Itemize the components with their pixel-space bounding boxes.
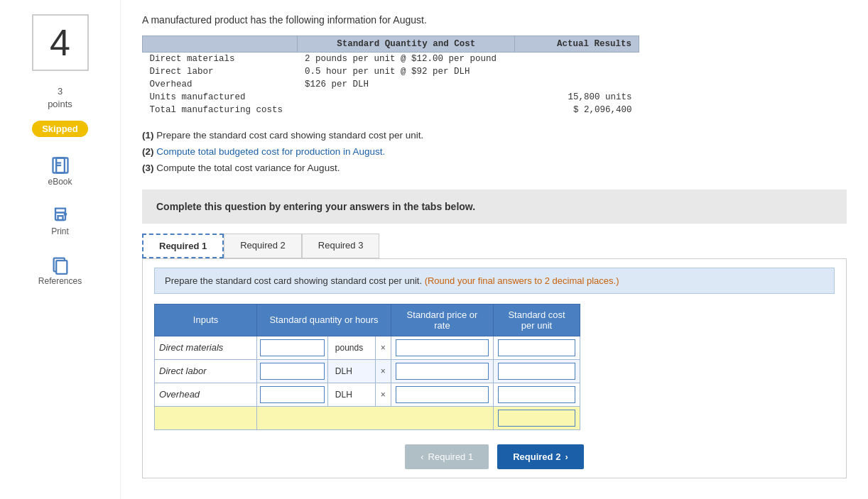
label-total xyxy=(155,406,257,429)
cost-direct-labor-input[interactable] xyxy=(498,363,575,380)
label-overhead: Overhead xyxy=(155,383,257,406)
instructions: (1) Prepare the standard cost card showi… xyxy=(142,128,847,177)
row-actual: 15,800 units xyxy=(515,91,639,104)
total-cost-cell[interactable] xyxy=(494,406,580,429)
ebook-button[interactable]: eBook xyxy=(48,155,72,187)
data-entry-table: Inputs Standard quantity or hours Standa… xyxy=(154,304,580,430)
cost-overhead-cell[interactable] xyxy=(494,383,580,406)
row-total xyxy=(155,406,580,429)
main-content: A manufactured product has the following… xyxy=(121,0,868,499)
price-direct-materials-cell[interactable] xyxy=(391,336,493,359)
total-spacer xyxy=(257,406,494,429)
print-button[interactable]: Print xyxy=(50,205,70,236)
row-actual xyxy=(515,78,639,91)
row-label: Total manufacturing costs xyxy=(143,104,298,116)
question-intro: A manufactured product has the following… xyxy=(142,14,847,26)
cost-direct-materials-input[interactable] xyxy=(498,339,575,356)
question-number: 4 xyxy=(32,14,89,71)
tab-required-2[interactable]: Required 2 xyxy=(224,234,302,258)
svg-point-6 xyxy=(64,214,65,215)
label-direct-materials: Direct materials xyxy=(155,336,257,359)
row-sqc: 2 pounds per unit @ $12.00 per pound xyxy=(298,53,515,66)
table-row: Total manufacturing costs $ 2,096,400 xyxy=(143,104,639,116)
qty-overhead-input[interactable] xyxy=(260,386,325,403)
row-overhead: Overhead DLH × xyxy=(155,383,580,406)
instruction-box: Complete this question by entering your … xyxy=(142,190,847,224)
tabs-container: Required 1 Required 2 Required 3 xyxy=(142,234,847,258)
row-label: Overhead xyxy=(143,78,298,91)
total-cost-input[interactable] xyxy=(498,410,575,427)
row-actual: $ 2,096,400 xyxy=(515,104,639,116)
qty-overhead-cell[interactable] xyxy=(257,383,328,406)
nav-buttons: ‹ Required 1 Required 2 › xyxy=(154,444,835,469)
price-overhead-input[interactable] xyxy=(396,386,489,403)
cost-direct-materials-cell[interactable] xyxy=(494,336,580,359)
row-sqc xyxy=(298,91,515,104)
unit-direct-labor: DLH xyxy=(327,359,375,383)
row-label: Units manufactured xyxy=(143,91,298,104)
instruction-2: (2) Compute total budgeted cost for prod… xyxy=(142,144,847,160)
row-actual xyxy=(515,65,639,78)
unit-overhead: DLH xyxy=(327,383,375,406)
actual-header: Actual Results xyxy=(515,36,639,53)
print-label: Print xyxy=(51,226,69,236)
info-table: Standard Quantity and Cost Actual Result… xyxy=(142,35,639,116)
qty-direct-materials-cell[interactable] xyxy=(257,336,328,359)
round-instruction: (Round your final answers to 2 decimal p… xyxy=(425,275,619,286)
sqc-header: Standard Quantity and Cost xyxy=(298,36,515,53)
skipped-badge: Skipped xyxy=(32,121,88,137)
row-sqc: $126 per DLH xyxy=(298,78,515,91)
row-label: Direct materials xyxy=(143,53,298,66)
times-direct-labor: × xyxy=(375,359,391,383)
next-button[interactable]: Required 2 › xyxy=(497,444,584,469)
references-button[interactable]: References xyxy=(38,255,82,286)
times-direct-materials: × xyxy=(375,336,391,359)
row-direct-labor: Direct labor DLH × xyxy=(155,359,580,383)
times-overhead: × xyxy=(375,383,391,406)
prev-arrow-icon: ‹ xyxy=(421,451,423,462)
sidebar: 4 3 points Skipped eBook Print xyxy=(0,0,121,499)
table-row: Direct labor 0.5 hour per unit @ $92 per… xyxy=(143,65,639,78)
price-direct-materials-input[interactable] xyxy=(396,339,489,356)
points-label: 3 points xyxy=(48,85,72,111)
col-inputs: Inputs xyxy=(155,304,257,336)
svg-rect-8 xyxy=(56,261,67,275)
next-arrow-icon: › xyxy=(565,451,568,462)
row-sqc xyxy=(298,104,515,116)
unit-direct-materials: pounds xyxy=(327,336,375,359)
prev-button[interactable]: ‹ Required 1 xyxy=(405,444,489,469)
instruction-1: (1) Prepare the standard cost card showi… xyxy=(142,128,847,144)
table-row: Units manufactured 15,800 units xyxy=(143,91,639,104)
price-direct-labor-input[interactable] xyxy=(396,363,489,380)
row-label: Direct labor xyxy=(143,65,298,78)
next-button-label: Required 2 xyxy=(513,451,560,462)
price-direct-labor-cell[interactable] xyxy=(391,359,493,383)
col-price: Standard price or rate xyxy=(391,304,493,336)
svg-rect-5 xyxy=(58,216,63,221)
row-sqc: 0.5 hour per unit @ $92 per DLH xyxy=(298,65,515,78)
cost-direct-labor-cell[interactable] xyxy=(494,359,580,383)
tab-instruction: Prepare the standard cost card showing s… xyxy=(154,268,835,294)
row-direct-materials: Direct materials pounds × xyxy=(155,336,580,359)
qty-direct-materials-input[interactable] xyxy=(260,339,325,356)
references-label: References xyxy=(38,276,82,286)
qty-direct-labor-cell[interactable] xyxy=(257,359,328,383)
tab-required-3[interactable]: Required 3 xyxy=(302,234,380,258)
cost-overhead-input[interactable] xyxy=(498,386,575,403)
table-row: Overhead $126 per DLH xyxy=(143,78,639,91)
tab-required-1[interactable]: Required 1 xyxy=(142,234,224,258)
qty-direct-labor-input[interactable] xyxy=(260,363,325,380)
row-actual xyxy=(515,53,639,66)
prev-button-label: Required 1 xyxy=(428,451,474,462)
tab-content: Prepare the standard cost card showing s… xyxy=(142,258,847,478)
label-direct-labor: Direct labor xyxy=(155,359,257,383)
table-row: Direct materials 2 pounds per unit @ $12… xyxy=(143,53,639,66)
col-qty: Standard quantity or hours xyxy=(257,304,391,336)
ebook-label: eBook xyxy=(48,177,72,187)
col-cost: Standard cost per unit xyxy=(494,304,580,336)
price-overhead-cell[interactable] xyxy=(391,383,493,406)
instruction-3: (3) Compute the total cost variance for … xyxy=(142,160,847,177)
